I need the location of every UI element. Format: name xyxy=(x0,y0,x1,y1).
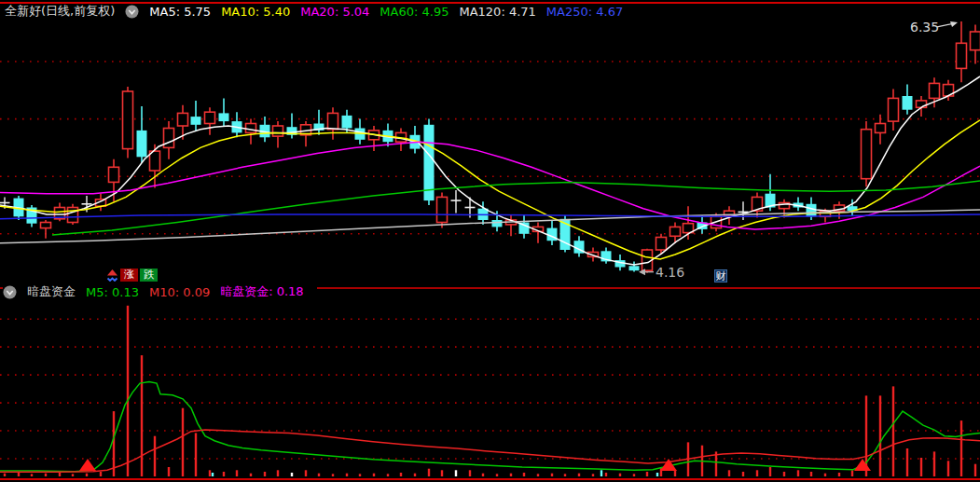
rise-button[interactable]: 涨 xyxy=(120,269,138,282)
ma20-label: MA20: 5.04 xyxy=(300,5,369,19)
indicator-header: 暗盘资金 M5: 0.13 M10: 0.09 暗盘资金: 0.18 xyxy=(3,282,317,302)
chevron-down-circle-icon[interactable] xyxy=(3,285,17,299)
indicator-m10-value: M10: 0.09 xyxy=(149,285,210,299)
ma10-label: MA10: 5.40 xyxy=(221,5,290,19)
ma120-label: MA120: 4.71 xyxy=(459,5,535,19)
ma5-label: MA5: 5.75 xyxy=(149,5,211,19)
indicator-m5-value: M5: 0.13 xyxy=(86,285,139,299)
stock-title: 全新好(日线,前复权) xyxy=(5,3,115,20)
indicator-current-value: 暗盘资金: 0.18 xyxy=(220,283,303,300)
main-chart-header: 全新好(日线,前复权) MA5: 5.75 MA10: 5.40 MA20: 5… xyxy=(5,3,623,20)
candlestick-chart[interactable]: 6.354.16 xyxy=(0,0,980,286)
ma60-label: MA60: 4.95 xyxy=(380,5,449,19)
fall-button[interactable]: 跌 xyxy=(140,269,158,282)
svg-text:6.35: 6.35 xyxy=(910,20,939,34)
ma250-label: MA250: 4.67 xyxy=(546,5,623,19)
fund-indicator-chart[interactable] xyxy=(0,298,980,482)
trading-terminal: 全新好(日线,前复权) MA5: 5.75 MA10: 5.40 MA20: 5… xyxy=(0,0,980,482)
indicator-name: 暗盘资金 xyxy=(27,283,76,300)
finance-news-badge[interactable]: 财 xyxy=(714,269,727,282)
chevron-down-circle-icon[interactable] xyxy=(125,5,139,19)
svg-text:4.16: 4.16 xyxy=(656,265,684,280)
